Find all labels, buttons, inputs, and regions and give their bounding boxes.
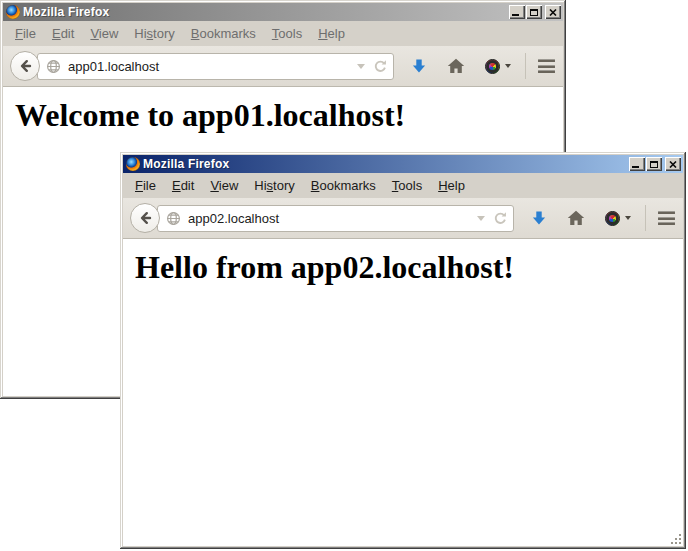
- url-bar[interactable]: app02.localhost: [157, 205, 514, 232]
- downloads-button[interactable]: [531, 210, 547, 227]
- home-icon: [447, 58, 465, 74]
- minimize-button[interactable]: [629, 157, 645, 171]
- hamburger-icon: [658, 211, 675, 214]
- back-arrow-icon: [17, 58, 33, 74]
- hamburger-icon: [538, 59, 555, 62]
- url-input[interactable]: app01.localhost: [68, 59, 353, 74]
- page-content: Hello from app02.localhost!: [123, 239, 683, 546]
- page-heading: Welcome to app01.localhost!: [15, 97, 563, 134]
- menu-tools[interactable]: Tools: [384, 175, 430, 196]
- addon-button[interactable]: [485, 59, 511, 74]
- reload-icon: [493, 211, 508, 226]
- site-globe-icon[interactable]: [46, 59, 61, 74]
- firefox-logo-icon: [6, 5, 20, 19]
- page-heading: Hello from app02.localhost!: [135, 249, 683, 286]
- back-arrow-icon: [137, 210, 153, 226]
- menu-file[interactable]: File: [7, 23, 44, 44]
- menu-help[interactable]: Help: [310, 23, 353, 44]
- menu-view[interactable]: View: [202, 175, 246, 196]
- menu-tools[interactable]: Tools: [264, 23, 310, 44]
- navigation-toolbar: app01.localhost: [3, 46, 563, 87]
- minimize-button[interactable]: [509, 5, 525, 19]
- menu-panel-button[interactable]: [658, 211, 675, 225]
- reload-button[interactable]: [493, 211, 508, 226]
- menu-history[interactable]: History: [126, 23, 182, 44]
- menu-help[interactable]: Help: [430, 175, 473, 196]
- site-globe-icon[interactable]: [166, 211, 181, 226]
- back-button[interactable]: [10, 51, 40, 81]
- window-title: Mozilla Firefox: [143, 157, 629, 171]
- menu-bar: File Edit View History Bookmarks Tools H…: [3, 21, 563, 46]
- download-arrow-icon: [531, 210, 547, 227]
- firefox-logo-icon: [126, 157, 140, 171]
- home-button[interactable]: [567, 210, 585, 226]
- url-input[interactable]: app02.localhost: [188, 211, 473, 226]
- menu-bookmarks[interactable]: Bookmarks: [183, 23, 264, 44]
- chevron-down-icon[interactable]: [505, 64, 511, 68]
- menu-edit[interactable]: Edit: [44, 23, 82, 44]
- chevron-down-icon[interactable]: [625, 216, 631, 220]
- close-icon: [549, 9, 557, 16]
- menu-bookmarks[interactable]: Bookmarks: [303, 175, 384, 196]
- resize-grip[interactable]: [670, 533, 682, 545]
- menu-history[interactable]: History: [246, 175, 302, 196]
- url-bar[interactable]: app01.localhost: [37, 53, 394, 80]
- close-icon: [669, 161, 677, 168]
- close-button[interactable]: [665, 157, 681, 171]
- browser-window-app02: Mozilla Firefox File Edit View History B…: [120, 152, 686, 549]
- addon-button[interactable]: [605, 211, 631, 226]
- reload-icon: [373, 59, 388, 74]
- colorwheel-icon: [605, 211, 620, 226]
- toolbar-separator: [525, 53, 526, 79]
- back-button[interactable]: [130, 203, 160, 233]
- maximize-button[interactable]: [526, 5, 542, 19]
- minimize-icon: [632, 166, 639, 168]
- downloads-button[interactable]: [411, 58, 427, 75]
- download-arrow-icon: [411, 58, 427, 75]
- maximize-icon: [650, 161, 658, 168]
- urlbar-dropdown-icon[interactable]: [477, 216, 485, 221]
- urlbar-dropdown-icon[interactable]: [357, 64, 365, 69]
- maximize-icon: [530, 9, 538, 16]
- maximize-button[interactable]: [646, 157, 662, 171]
- menu-file[interactable]: File: [127, 175, 164, 196]
- home-icon: [567, 210, 585, 226]
- colorwheel-icon: [485, 59, 500, 74]
- toolbar-separator: [645, 205, 646, 231]
- close-button[interactable]: [545, 5, 561, 19]
- home-button[interactable]: [447, 58, 465, 74]
- menu-edit[interactable]: Edit: [164, 175, 202, 196]
- title-bar[interactable]: Mozilla Firefox: [123, 155, 683, 173]
- menu-panel-button[interactable]: [538, 59, 555, 73]
- navigation-toolbar: app02.localhost: [123, 198, 683, 239]
- window-title: Mozilla Firefox: [23, 5, 509, 19]
- menu-view[interactable]: View: [82, 23, 126, 44]
- reload-button[interactable]: [373, 59, 388, 74]
- menu-bar: File Edit View History Bookmarks Tools H…: [123, 173, 683, 198]
- title-bar[interactable]: Mozilla Firefox: [3, 3, 563, 21]
- minimize-icon: [512, 14, 519, 16]
